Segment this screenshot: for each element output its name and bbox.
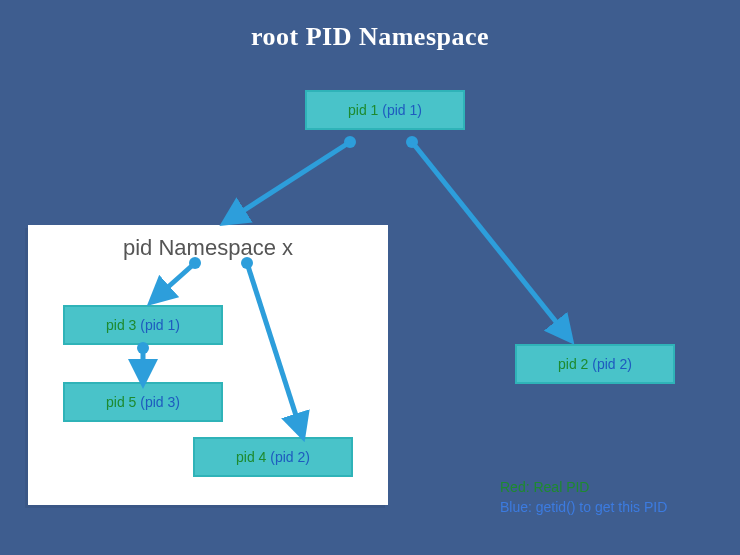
- pid3-virt: (pid 1): [140, 317, 180, 333]
- pid2-real: pid 2: [558, 356, 588, 372]
- edge-pid1-pid3: [232, 136, 356, 218]
- svg-point-0: [344, 136, 356, 148]
- pid4-virt: (pid 2): [270, 449, 310, 465]
- pid2-virt: (pid 2): [592, 356, 632, 372]
- pid1-virt: (pid 1): [382, 102, 422, 118]
- pid3-real: pid 3: [106, 317, 136, 333]
- legend-line1: Red: Real PID: [500, 478, 667, 498]
- edge-pid1-pid2: [406, 136, 565, 333]
- namespace-label: pid Namespace x: [28, 235, 388, 261]
- svg-line-1: [232, 142, 350, 218]
- pid4-real: pid 4: [236, 449, 266, 465]
- legend: Red: Real PID Blue: getid() to get this …: [500, 478, 667, 517]
- page-title: root PID Namespace: [0, 22, 740, 52]
- node-pid3: pid 3 (pid 1): [63, 305, 223, 345]
- node-pid1: pid 1 (pid 1): [305, 90, 465, 130]
- pid1-real: pid 1: [348, 102, 378, 118]
- svg-line-3: [412, 142, 565, 333]
- legend-line2: Blue: getid() to get this PID: [500, 498, 667, 518]
- svg-point-2: [406, 136, 418, 148]
- pid5-virt: (pid 3): [140, 394, 180, 410]
- node-pid5: pid 5 (pid 3): [63, 382, 223, 422]
- node-pid2: pid 2 (pid 2): [515, 344, 675, 384]
- node-pid4: pid 4 (pid 2): [193, 437, 353, 477]
- pid5-real: pid 5: [106, 394, 136, 410]
